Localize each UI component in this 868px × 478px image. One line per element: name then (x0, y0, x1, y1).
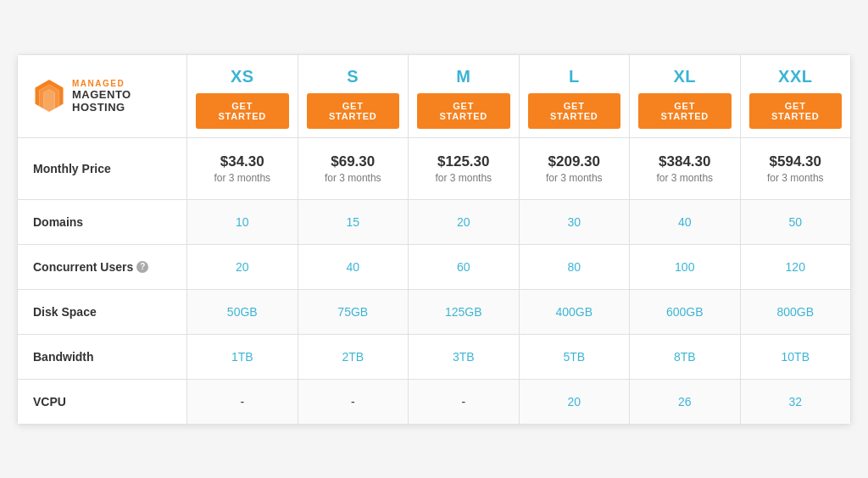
plan-header-xs: XSGET STARTED (187, 54, 298, 137)
table-body: Monthly Price$34.30for 3 months$69.30for… (18, 137, 851, 424)
logo-cell: MANAGED MAGENTO HOSTING (18, 54, 187, 137)
row-label-4: Bandwidth (18, 334, 187, 379)
plan-header-s: SGET STARTED (298, 54, 409, 137)
cell-3-1: 75GB (298, 289, 409, 334)
plan-header-xl: XLGET STARTED (630, 54, 741, 137)
pricing-container: MANAGED MAGENTO HOSTING XSGET STARTEDSGE… (17, 54, 851, 425)
price-main-0-5: $594.30 (749, 153, 843, 170)
cell-0-4: $384.30for 3 months (630, 137, 741, 199)
cell-3-2: 125GB (409, 289, 520, 334)
cell-5-5: 32 (740, 379, 851, 424)
price-sub-0-4: for 3 months (638, 172, 732, 184)
row-concurrent-users: Concurrent Users?20406080100120 (18, 244, 851, 289)
plan-name-l: L (528, 67, 621, 86)
row-label-wrapper: Disk Space (33, 305, 171, 319)
cell-3-5: 800GB (740, 289, 851, 334)
row-label-3: Disk Space (18, 289, 187, 334)
logo-text: MANAGED MAGENTO HOSTING (72, 79, 131, 114)
row-label-text-1: Domains (33, 215, 83, 229)
row-label-2: Concurrent Users? (18, 244, 187, 289)
cell-4-5: 10TB (740, 334, 851, 379)
cell-1-1: 15 (298, 199, 409, 244)
row-label-wrapper: VCPU (33, 395, 171, 409)
cell-2-1: 40 (298, 244, 409, 289)
price-sub-0-2: for 3 months (417, 172, 510, 184)
price-sub-0-3: for 3 months (528, 172, 621, 184)
row-domains: Domains101520304050 (18, 199, 851, 244)
row-label-text-3: Disk Space (33, 305, 97, 319)
svg-marker-2 (43, 90, 54, 112)
row-label-wrapper: Concurrent Users? (33, 260, 171, 274)
row-label-text-2: Concurrent Users (33, 260, 133, 274)
cell-3-0: 50GB (187, 289, 298, 334)
row-label-1: Domains (18, 199, 187, 244)
cell-4-0: 1TB (187, 334, 298, 379)
info-icon[interactable]: ? (136, 261, 148, 273)
logo-hosting-label: HOSTING (72, 101, 131, 114)
price-main-0-4: $384.30 (638, 153, 732, 170)
row-label-5: VCPU (18, 379, 187, 424)
row-label-wrapper: Domains (33, 215, 171, 229)
row-label-text-4: Bandwidth (33, 350, 94, 364)
cell-1-3: 30 (519, 199, 630, 244)
row-label-wrapper: Monthly Price (33, 162, 171, 175)
row-label-0: Monthly Price (18, 137, 187, 199)
row-label-text-0: Monthly Price (33, 162, 111, 175)
plan-name-s: S (307, 67, 400, 86)
row-bandwidth: Bandwidth1TB2TB3TB5TB8TB10TB (18, 334, 851, 379)
cell-2-0: 20 (187, 244, 298, 289)
logo-managed-label: MANAGED (72, 79, 131, 88)
header-row: MANAGED MAGENTO HOSTING XSGET STARTEDSGE… (18, 54, 851, 137)
get-started-btn-s[interactable]: GET STARTED (307, 93, 400, 129)
cell-2-5: 120 (740, 244, 851, 289)
price-main-0-0: $34.30 (196, 153, 289, 170)
cell-1-0: 10 (187, 199, 298, 244)
price-main-0-1: $69.30 (307, 153, 400, 170)
cell-0-2: $125.30for 3 months (409, 137, 520, 199)
cell-5-3: 20 (519, 379, 630, 424)
row-disk-space: Disk Space50GB75GB125GB400GB600GB800GB (18, 289, 851, 334)
cell-0-1: $69.30for 3 months (298, 137, 409, 199)
get-started-btn-xs[interactable]: GET STARTED (196, 93, 289, 129)
price-sub-0-5: for 3 months (749, 172, 843, 184)
cell-2-2: 60 (409, 244, 520, 289)
logo-wrapper: MANAGED MAGENTO HOSTING (33, 79, 171, 114)
plan-header-m: MGET STARTED (409, 54, 520, 137)
cell-0-5: $594.30for 3 months (740, 137, 851, 199)
magento-logo-icon (33, 80, 65, 112)
logo-magento-label: MAGENTO (72, 88, 131, 101)
row-label-text-5: VCPU (33, 395, 66, 409)
price-main-0-3: $209.30 (528, 153, 621, 170)
price-sub-0-0: for 3 months (196, 172, 289, 184)
cell-2-3: 80 (519, 244, 630, 289)
cell-2-4: 100 (630, 244, 741, 289)
plan-header-xxl: XXLGET STARTED (740, 54, 851, 137)
row-monthly-price: Monthly Price$34.30for 3 months$69.30for… (18, 137, 851, 199)
cell-5-4: 26 (630, 379, 741, 424)
price-sub-0-1: for 3 months (307, 172, 400, 184)
get-started-btn-m[interactable]: GET STARTED (417, 93, 510, 129)
row-vcpu: VCPU---202632 (18, 379, 851, 424)
plan-name-xxl: XXL (749, 67, 843, 86)
get-started-btn-xxl[interactable]: GET STARTED (749, 93, 843, 129)
cell-1-4: 40 (630, 199, 741, 244)
plan-name-xs: XS (196, 67, 289, 86)
get-started-btn-l[interactable]: GET STARTED (528, 93, 621, 129)
plan-name-m: M (417, 67, 510, 86)
cell-3-4: 600GB (630, 289, 741, 334)
cell-0-3: $209.30for 3 months (519, 137, 630, 199)
cell-3-3: 400GB (519, 289, 630, 334)
cell-1-2: 20 (409, 199, 520, 244)
cell-1-5: 50 (740, 199, 851, 244)
cell-4-1: 2TB (298, 334, 409, 379)
pricing-table: MANAGED MAGENTO HOSTING XSGET STARTEDSGE… (17, 54, 851, 425)
cell-4-3: 5TB (519, 334, 630, 379)
plan-name-xl: XL (638, 67, 732, 86)
plan-header-l: LGET STARTED (519, 54, 630, 137)
cell-4-4: 8TB (630, 334, 741, 379)
get-started-btn-xl[interactable]: GET STARTED (638, 93, 732, 129)
cell-0-0: $34.30for 3 months (187, 137, 298, 199)
row-label-wrapper: Bandwidth (33, 350, 171, 364)
cell-5-1: - (298, 379, 409, 424)
price-main-0-2: $125.30 (417, 153, 510, 170)
